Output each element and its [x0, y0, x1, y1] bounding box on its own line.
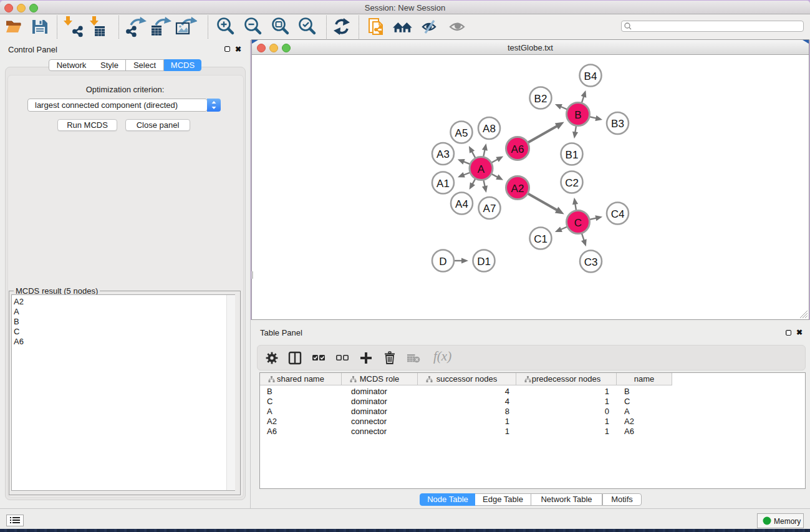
svg-text:D1: D1 [477, 256, 491, 268]
svg-text:C4: C4 [611, 208, 625, 220]
svg-text:A8: A8 [483, 123, 496, 135]
svg-text:A2: A2 [511, 183, 524, 195]
svg-text:B3: B3 [611, 118, 624, 130]
svg-text:A: A [478, 163, 485, 175]
svg-text:B4: B4 [584, 70, 597, 82]
svg-text:B2: B2 [534, 93, 547, 105]
svg-text:B: B [574, 109, 581, 121]
svg-text:A7: A7 [483, 203, 496, 215]
svg-text:C2: C2 [565, 177, 579, 189]
svg-text:A4: A4 [455, 198, 468, 210]
svg-text:C3: C3 [584, 256, 598, 268]
svg-text:C1: C1 [534, 233, 547, 245]
svg-text:A6: A6 [511, 143, 524, 155]
svg-text:A1: A1 [436, 178, 450, 190]
svg-text:C: C [574, 217, 582, 229]
svg-text:A3: A3 [436, 148, 450, 160]
svg-text:D: D [439, 256, 446, 268]
svg-text:B1: B1 [566, 149, 579, 161]
svg-text:A5: A5 [455, 127, 468, 139]
